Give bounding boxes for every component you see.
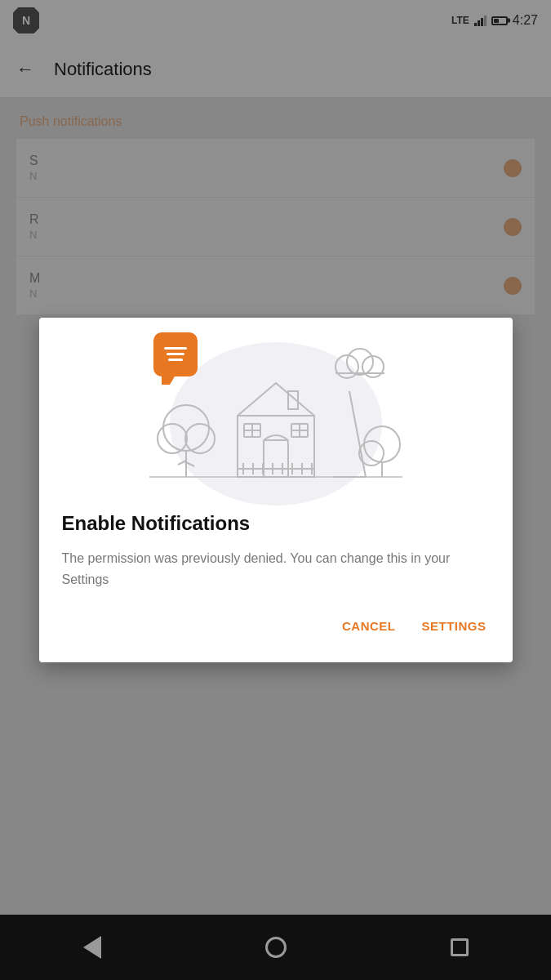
svg-point-25 [364,426,400,462]
dialog-body: Enable Notifications The permission was … [39,506,513,662]
svg-point-2 [158,424,187,453]
dialog-illustration [39,318,513,506]
svg-line-5 [178,461,186,465]
chat-bubble-icon [153,332,198,376]
svg-line-6 [186,462,194,466]
enable-notifications-dialog: Enable Notifications The permission was … [39,318,513,662]
settings-button[interactable]: SETTINGS [418,612,489,639]
svg-point-26 [359,441,384,466]
svg-rect-9 [264,440,288,477]
dialog-title: Enable Notifications [62,512,490,535]
svg-point-3 [185,424,215,453]
svg-point-29 [347,349,373,375]
dialog-message: The permission was previously denied. Yo… [62,548,490,590]
modal-overlay: Enable Notifications The permission was … [0,0,551,980]
dialog-actions: CANCEL SETTINGS [62,609,490,646]
cancel-button[interactable]: CANCEL [339,612,399,639]
